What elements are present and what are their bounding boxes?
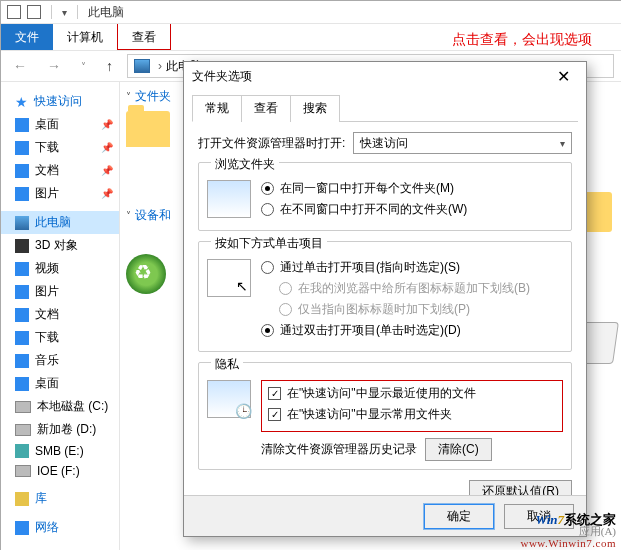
disk-icon bbox=[15, 444, 29, 458]
network-icon bbox=[15, 521, 29, 535]
sidebar-label: 库 bbox=[35, 490, 47, 507]
sidebar-libraries[interactable]: 库 bbox=[1, 487, 119, 510]
pin-icon: 📌 bbox=[101, 165, 113, 176]
sidebar-item-desktop-pc[interactable]: 桌面 bbox=[1, 372, 119, 395]
radio-icon bbox=[261, 261, 274, 274]
radio-underline-point: 仅当指向图标标题时加下划线(P) bbox=[261, 301, 563, 318]
radio-icon bbox=[279, 303, 292, 316]
tab-view[interactable]: 查看 bbox=[117, 24, 171, 50]
titlebar: ▾ 此电脑 bbox=[1, 1, 621, 24]
quick-access-toolbar: ▾ bbox=[1, 5, 82, 19]
sidebar-item-label: 本地磁盘 (C:) bbox=[37, 398, 108, 415]
tab-computer[interactable]: 计算机 bbox=[53, 24, 117, 50]
music-icon bbox=[15, 354, 29, 368]
window-title: 此电脑 bbox=[88, 4, 124, 21]
sidebar-label: 此电脑 bbox=[35, 214, 71, 231]
cube-icon bbox=[15, 239, 29, 253]
option-label: 通过单击打开项目(指向时选定)(S) bbox=[280, 259, 460, 276]
group-label: 文件夹 bbox=[135, 89, 171, 103]
document-icon bbox=[15, 308, 29, 322]
watermark: Win7系统之家 应用(A) www.Winwin7.com bbox=[520, 513, 616, 549]
sidebar-item-disk-d[interactable]: 新加卷 (D:) bbox=[1, 418, 119, 441]
clear-button[interactable]: 清除(C) bbox=[425, 438, 492, 461]
sidebar-label: 快速访问 bbox=[34, 93, 82, 110]
sidebar-item-music[interactable]: 音乐 bbox=[1, 349, 119, 372]
close-button[interactable]: ✕ bbox=[549, 67, 578, 86]
library-icon bbox=[15, 492, 29, 506]
privacy-group: 隐私 🕒 在"快速访问"中显示最近使用的文件 在"快速访问"中显示常用文件夹 清… bbox=[198, 362, 572, 470]
sidebar-network[interactable]: 网络 bbox=[1, 516, 119, 539]
explorer-window: 点击查看，会出现选项 ▾ 此电脑 文件 计算机 查看 ← → ˅ ↑ › 此电脑 bbox=[0, 0, 621, 550]
dialog-tabs: 常规 查看 搜索 bbox=[192, 94, 578, 122]
sidebar-item-disk-c[interactable]: 本地磁盘 (C:) bbox=[1, 395, 119, 418]
checkbox-recent-files[interactable]: 在"快速访问"中显示最近使用的文件 bbox=[268, 385, 556, 402]
restore-defaults-button[interactable]: 还原默认值(R) bbox=[469, 480, 572, 495]
radio-same-window[interactable]: 在同一窗口中打开每个文件夹(M) bbox=[261, 180, 563, 197]
qat-separator bbox=[51, 5, 52, 19]
recycle-bin-icon[interactable] bbox=[126, 254, 166, 294]
qat-overflow[interactable]: ▾ bbox=[62, 7, 67, 18]
desktop-icon bbox=[15, 377, 29, 391]
radio-underline-all: 在我的浏览器中给所有图标标题加下划线(B) bbox=[261, 280, 563, 297]
option-label: 在"快速访问"中显示最近使用的文件 bbox=[287, 385, 476, 402]
sidebar-item-downloads[interactable]: 下载📌 bbox=[1, 136, 119, 159]
sidebar-this-pc[interactable]: 此电脑 bbox=[1, 211, 119, 234]
tab-file[interactable]: 文件 bbox=[1, 24, 53, 50]
checkbox-frequent-folders[interactable]: 在"快速访问"中显示常用文件夹 bbox=[268, 406, 556, 423]
folder-item[interactable] bbox=[126, 111, 170, 147]
clear-history-label: 清除文件资源管理器历史记录 bbox=[261, 441, 417, 458]
tab-search[interactable]: 搜索 bbox=[290, 95, 340, 122]
option-label: 在同一窗口中打开每个文件夹(M) bbox=[280, 180, 454, 197]
sidebar-item-label: 音乐 bbox=[35, 352, 59, 369]
clear-history-row: 清除文件资源管理器历史记录 清除(C) bbox=[261, 438, 563, 461]
disk-icon bbox=[15, 465, 31, 477]
sidebar-item-label: 下载 bbox=[35, 139, 59, 156]
brand-url: www.Winwin7.com bbox=[520, 537, 616, 549]
chevron-right-icon: › bbox=[158, 59, 162, 73]
radio-new-window[interactable]: 在不同窗口中打开不同的文件夹(W) bbox=[261, 201, 563, 218]
back-button[interactable]: ← bbox=[7, 58, 33, 74]
history-dropdown[interactable]: ˅ bbox=[75, 61, 92, 72]
sidebar-label: 网络 bbox=[35, 519, 59, 536]
radio-double-click[interactable]: 通过双击打开项目(单击时选定)(D) bbox=[261, 322, 563, 339]
sidebar-item-ioe-f[interactable]: IOE (F:) bbox=[1, 461, 119, 481]
up-button[interactable]: ↑ bbox=[100, 58, 119, 74]
sidebar-item-label: 桌面 bbox=[35, 116, 59, 133]
option-label: 通过双击打开项目(单击时选定)(D) bbox=[280, 322, 461, 339]
sidebar-item-documents-pc[interactable]: 文档 bbox=[1, 303, 119, 326]
video-icon bbox=[15, 262, 29, 276]
sidebar-item-label: 新加卷 (D:) bbox=[37, 421, 96, 438]
download-icon bbox=[15, 141, 29, 155]
qat-button-1[interactable] bbox=[27, 5, 41, 19]
sidebar-item-pictures[interactable]: 图片📌 bbox=[1, 182, 119, 205]
browse-folders-group: 浏览文件夹 在同一窗口中打开每个文件夹(M) 在不同窗口中打开不同的文件夹(W) bbox=[198, 162, 572, 231]
sidebar-quick-access[interactable]: ★ 快速访问 bbox=[1, 90, 119, 113]
brand-text: Win bbox=[536, 512, 558, 527]
sidebar-item-smb-e[interactable]: SMB (E:) bbox=[1, 441, 119, 461]
sidebar-item-label: 桌面 bbox=[35, 375, 59, 392]
select-value: 快速访问 bbox=[360, 135, 408, 152]
chevron-down-icon: ˅ bbox=[126, 210, 131, 221]
tab-general[interactable]: 常规 bbox=[192, 95, 242, 122]
ok-button[interactable]: 确定 bbox=[424, 504, 494, 529]
open-with-label: 打开文件资源管理器时打开: bbox=[198, 135, 345, 152]
sidebar-item-desktop[interactable]: 桌面📌 bbox=[1, 113, 119, 136]
radio-single-click[interactable]: 通过单击打开项目(指向时选定)(S) bbox=[261, 259, 563, 276]
sidebar-item-label: SMB (E:) bbox=[35, 444, 84, 458]
checkbox-icon bbox=[268, 408, 281, 421]
forward-button[interactable]: → bbox=[41, 58, 67, 74]
sidebar-item-downloads-pc[interactable]: 下载 bbox=[1, 326, 119, 349]
disk-icon bbox=[15, 424, 31, 436]
open-with-select[interactable]: 快速访问 ▾ bbox=[353, 132, 572, 154]
option-label: 在"快速访问"中显示常用文件夹 bbox=[287, 406, 452, 423]
pc-icon bbox=[15, 216, 29, 230]
restore-defaults-row: 还原默认值(R) bbox=[198, 480, 572, 495]
sidebar-item-documents[interactable]: 文档📌 bbox=[1, 159, 119, 182]
sidebar-item-videos[interactable]: 视频 bbox=[1, 257, 119, 280]
desktop-icon bbox=[15, 118, 29, 132]
sidebar-item-pictures-pc[interactable]: 图片 bbox=[1, 280, 119, 303]
sidebar-item-3d[interactable]: 3D 对象 bbox=[1, 234, 119, 257]
tab-view-dialog[interactable]: 查看 bbox=[241, 95, 291, 122]
picture-icon bbox=[15, 285, 29, 299]
folder-options-dialog: 文件夹选项 ✕ 常规 查看 搜索 打开文件资源管理器时打开: 快速访问 ▾ 浏览… bbox=[183, 61, 587, 537]
